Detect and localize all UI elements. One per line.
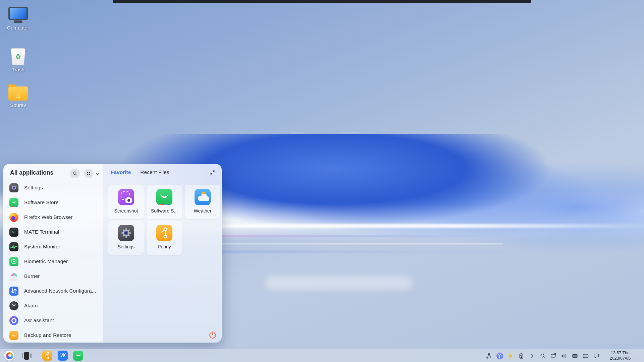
desktop-icon-label: Computer (2, 25, 34, 31)
app-list-item-software-store[interactable]: Software Store (0, 195, 99, 210)
virtual-keyboard-tray-icon[interactable] (582, 352, 589, 359)
favorite-peony[interactable]: Peony (147, 221, 182, 255)
app-list-item-system-monitor[interactable]: System Monitor (0, 239, 99, 254)
input-method-tray-icon[interactable] (496, 352, 503, 359)
tab-favorite[interactable]: Favorite (111, 169, 131, 175)
expand-icon (210, 170, 215, 175)
taskbar-peony-button[interactable] (42, 351, 52, 361)
view-mode-button[interactable] (84, 169, 94, 178)
settings-icon (118, 225, 134, 241)
app-list-item-backup-restore[interactable]: ∞ Backup and Restore (0, 328, 99, 343)
screenshot-icon (118, 189, 134, 205)
wps-icon: W (60, 353, 65, 359)
tab-recent-files[interactable]: Recent Files (140, 169, 169, 175)
software-store-icon (73, 351, 83, 361)
favorite-label: Software S... (151, 208, 178, 214)
computer-icon (8, 7, 28, 20)
favorite-label: Settings (118, 244, 135, 249)
firefox-icon (9, 213, 18, 222)
app-list-item-mate-terminal[interactable]: >_ MATE Terminal (0, 225, 99, 239)
power-button[interactable] (208, 330, 217, 340)
desktop-icon-label: Sourav (2, 102, 34, 108)
app-label: Asr assistant (24, 317, 54, 323)
start-logo-icon (6, 352, 13, 359)
clock-time: 13:57 Thu (602, 350, 639, 356)
app-list: Settings Software Store Firefox Web Brow… (0, 180, 99, 343)
favorite-weather[interactable]: Weather (185, 185, 220, 219)
system-monitor-icon (9, 242, 18, 251)
desktop: 10 Computer ♻ Trash ⌂ Sourav (0, 0, 644, 362)
app-label: Biometric Manager (24, 258, 68, 264)
desktop-icon-sourav[interactable]: ⌂ Sourav (2, 86, 34, 108)
trash-icon: ♻ (10, 48, 26, 65)
task-view-icon (22, 353, 23, 358)
task-view-button[interactable] (20, 351, 33, 361)
folder-icon: ⌂ (8, 86, 28, 101)
app-label: Firefox Web Browser (24, 214, 72, 220)
app-label: Alarm (24, 303, 38, 309)
volume-tray-icon[interactable] (560, 352, 568, 359)
camera-glyph (125, 198, 132, 203)
clock-date: 2023/07/06 (602, 356, 639, 361)
connections-tray-icon[interactable] (485, 352, 492, 359)
rainbow-strip (11, 206, 17, 207)
weather-icon (195, 189, 211, 205)
chevron-down-icon (95, 172, 100, 176)
app-list-item-settings[interactable]: Settings (0, 180, 99, 195)
tray-expand-chevron-icon[interactable] (528, 352, 535, 359)
desktop-icon-trash[interactable]: ♻ Trash (2, 48, 34, 72)
offscreen-window-strip (113, 0, 531, 3)
biometric-icon (9, 257, 18, 266)
network-tray-icon[interactable] (550, 352, 557, 359)
system-tray (485, 352, 600, 359)
backup-restore-icon: ∞ (9, 331, 18, 340)
favorite-screenshot[interactable]: Screenshot (108, 185, 144, 219)
app-label: Backup and Restore (24, 332, 71, 338)
app-label: Settings (24, 185, 43, 191)
app-label: Burner (24, 273, 40, 279)
app-label: Software Store (24, 199, 59, 205)
taskbar: W (0, 349, 644, 362)
search-button[interactable] (70, 169, 80, 178)
grid-view-icon (86, 171, 91, 176)
desktop-icon-computer[interactable]: Computer (2, 7, 34, 31)
search-icon (72, 171, 78, 176)
favorite-settings[interactable]: Settings (108, 221, 144, 255)
wallpaper-blur-patch (265, 276, 413, 290)
software-store-icon (156, 189, 172, 205)
app-list-item-burner[interactable]: Burner (0, 269, 99, 284)
launcher-title: All applications (10, 169, 53, 176)
expand-button[interactable] (209, 169, 216, 176)
favorite-label: Peony (158, 244, 171, 249)
burner-icon (9, 272, 18, 281)
app-label: Advanced Network Configura... (24, 288, 96, 294)
search-tray-icon[interactable] (539, 352, 546, 359)
software-store-icon (9, 198, 18, 207)
favorite-software-store[interactable]: Software S... (147, 185, 182, 219)
home-glyph: ⌂ (16, 92, 20, 100)
rainbow-strip (159, 204, 170, 205)
app-list-item-advanced-network[interactable]: Advanced Network Configura... (0, 284, 99, 298)
alarm-icon (9, 301, 18, 310)
app-list-item-asr-assistant[interactable]: Asr assistant (0, 313, 99, 328)
terminal-icon: >_ (9, 228, 18, 237)
keyboard-layout-tray-icon[interactable] (571, 352, 578, 359)
settings-icon (9, 183, 18, 192)
brightness-tray-icon[interactable] (507, 352, 514, 359)
taskbar-clock[interactable]: 13:57 Thu 2023/07/06 (602, 350, 639, 361)
app-label: MATE Terminal (24, 229, 59, 235)
peony-icon (42, 351, 52, 361)
battery-tray-icon[interactable] (518, 352, 525, 359)
notifications-tray-icon[interactable] (593, 352, 600, 359)
taskbar-wps-button[interactable]: W (58, 351, 68, 361)
network-arrows-icon (9, 287, 18, 296)
favorite-label: Screenshot (114, 208, 138, 214)
app-list-item-alarm[interactable]: Alarm (0, 298, 99, 313)
start-menu-button[interactable] (4, 351, 14, 361)
asr-assistant-icon (9, 316, 18, 325)
app-list-item-firefox[interactable]: Firefox Web Browser (0, 210, 99, 225)
peony-icon (156, 225, 172, 241)
taskbar-software-store-button[interactable] (73, 351, 83, 361)
view-mode-dropdown[interactable] (95, 171, 100, 177)
app-list-item-biometric-manager[interactable]: Biometric Manager (0, 254, 99, 269)
